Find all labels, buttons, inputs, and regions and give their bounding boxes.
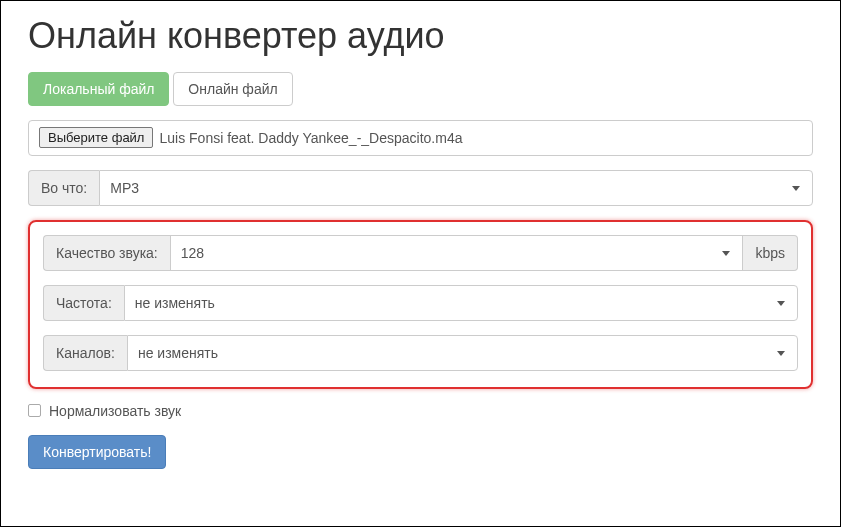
selected-filename: Luis Fonsi feat. Daddy Yankee_-_Despacit… [159,130,462,146]
target-format-label: Во что: [28,170,99,206]
channels-label: Каналов: [43,335,127,371]
frequency-select[interactable]: не изменять [124,285,798,321]
audio-options-panel: Качество звука: 128 kbps Частота: не изм… [28,220,813,389]
normalize-checkbox[interactable] [28,404,41,417]
target-format-value: MP3 [110,180,139,196]
convert-button[interactable]: Конвертировать! [28,435,166,469]
page-title: Онлайн конвертер аудио [28,16,813,56]
frequency-label: Частота: [43,285,124,321]
channels-value: не изменять [138,345,218,361]
quality-unit: kbps [743,235,798,271]
tab-online-file[interactable]: Онлайн файл [173,72,292,106]
normalize-row: Нормализовать звук [28,401,813,419]
frequency-group: Частота: не изменять [43,285,798,321]
choose-file-button[interactable]: Выберите файл [39,127,153,148]
file-input[interactable]: Выберите файл Luis Fonsi feat. Daddy Yan… [28,120,813,156]
normalize-label[interactable]: Нормализовать звук [49,403,181,419]
quality-select[interactable]: 128 [170,235,744,271]
quality-group: Качество звука: 128 kbps [43,235,798,271]
target-format-select[interactable]: MP3 [99,170,813,206]
tab-local-file[interactable]: Локальный файл [28,72,169,106]
quality-value: 128 [181,245,204,261]
channels-select[interactable]: не изменять [127,335,798,371]
channels-group: Каналов: не изменять [43,335,798,371]
target-format-group: Во что: MP3 [28,170,813,206]
quality-label: Качество звука: [43,235,170,271]
frequency-value: не изменять [135,295,215,311]
source-tabs: Локальный файл Онлайн файл [28,72,813,106]
file-input-group: Выберите файл Luis Fonsi feat. Daddy Yan… [28,120,813,156]
